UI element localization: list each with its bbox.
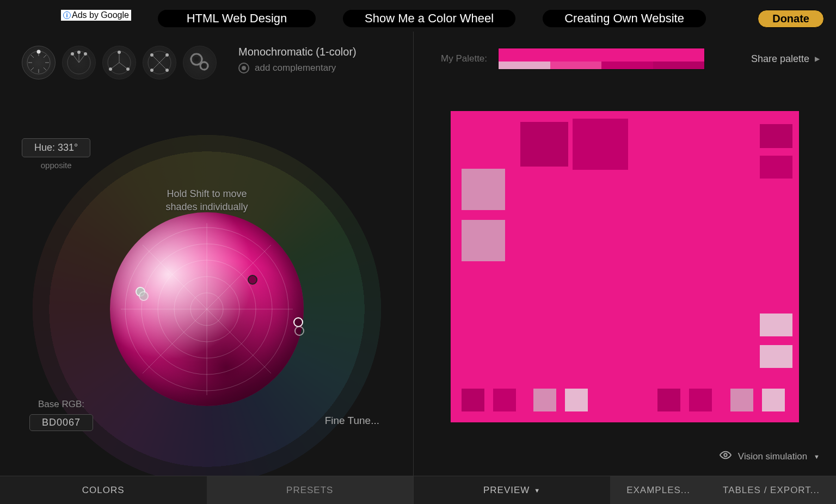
svg-point-27 — [150, 53, 153, 57]
wheel-hint: Hold Shift to move shades individually — [33, 187, 381, 214]
top-bar: i Ads by Google HTML Web Design Show Me … — [0, 0, 836, 32]
scheme-title: Monochromatic (1-color) — [238, 46, 356, 58]
svg-point-16 — [84, 52, 87, 56]
tab-presets[interactable]: PRESETS — [207, 476, 414, 504]
scheme-tetrad-icon[interactable] — [143, 46, 176, 79]
color-wheel[interactable]: Hold Shift to move shades individually — [33, 135, 381, 483]
svg-point-46 — [724, 453, 727, 457]
eye-icon — [720, 449, 732, 464]
preview-block — [657, 389, 680, 411]
donate-button[interactable]: Donate — [758, 10, 824, 28]
preview-block — [760, 314, 792, 336]
palette-preview — [451, 111, 799, 422]
svg-point-14 — [77, 51, 81, 54]
ad-link-3[interactable]: Creating Own Website — [543, 10, 706, 27]
tab-preview[interactable]: PREVIEW ▼ — [414, 476, 610, 504]
preview-block — [462, 220, 505, 261]
chevron-right-icon: ▶ — [815, 55, 820, 63]
ads-label: Ads by Google — [72, 10, 129, 20]
svg-point-30 — [165, 69, 169, 72]
preview-block — [762, 389, 785, 411]
info-icon: i — [63, 11, 71, 19]
my-palette-label: My Palette: — [441, 53, 487, 64]
preview-block — [760, 124, 792, 148]
shade-handle-4[interactable] — [294, 326, 304, 336]
svg-rect-33 — [194, 57, 199, 62]
svg-line-8 — [44, 55, 46, 58]
scheme-triad-icon[interactable] — [102, 46, 136, 79]
base-rgb-label: Base RGB: — [29, 399, 93, 410]
caret-down-icon: ▼ — [534, 487, 540, 494]
svg-line-5 — [31, 55, 34, 58]
preview-block — [462, 169, 505, 210]
svg-point-22 — [109, 67, 112, 71]
fine-tune-link[interactable]: Fine Tune... — [325, 415, 379, 427]
preview-block — [565, 389, 588, 411]
base-rgb-value[interactable]: BD0067 — [29, 414, 93, 431]
radio-icon — [238, 63, 249, 73]
swatch-primary[interactable] — [499, 48, 704, 62]
svg-line-6 — [44, 67, 46, 70]
svg-line-12 — [72, 54, 79, 63]
share-palette-button[interactable]: Share palette ▶ — [751, 53, 820, 65]
preview-block — [533, 389, 556, 411]
saturation-ball[interactable] — [110, 212, 304, 406]
swatch-dark1[interactable] — [601, 62, 653, 69]
tab-examples[interactable]: EXAMPLES... — [610, 476, 706, 504]
svg-line-13 — [79, 54, 85, 63]
ad-link-1[interactable]: HTML Web Design — [158, 10, 316, 27]
scheme-mode-icons — [22, 46, 217, 79]
svg-point-15 — [71, 52, 74, 56]
palette-strip[interactable] — [498, 48, 705, 70]
shade-handle-2[interactable] — [139, 291, 149, 301]
svg-point-9 — [37, 50, 41, 54]
tab-tables-export[interactable]: TABLES / EXPORT... — [706, 476, 836, 504]
left-panel: Monochromatic (1-color) add complementar… — [0, 32, 414, 504]
svg-point-29 — [150, 69, 153, 72]
svg-point-28 — [165, 53, 169, 57]
swatch-mid[interactable] — [550, 62, 602, 69]
vision-simulation-button[interactable]: Vision simulation ▼ — [720, 449, 820, 464]
svg-line-7 — [31, 67, 34, 70]
preview-block — [520, 122, 568, 167]
primary-handle[interactable] — [248, 275, 257, 285]
complementary-label: add complementary — [255, 63, 336, 73]
preview-block — [493, 389, 516, 411]
ads-by-google-badge[interactable]: i Ads by Google — [61, 10, 131, 21]
caret-down-icon: ▼ — [814, 453, 820, 460]
preview-block — [760, 156, 792, 179]
swatch-light[interactable] — [499, 62, 550, 69]
right-panel: My Palette: Share palette ▶ — [414, 32, 836, 504]
swatch-dark2[interactable] — [653, 62, 705, 69]
preview-block — [760, 345, 792, 368]
preview-block — [730, 389, 753, 411]
svg-point-23 — [126, 67, 130, 71]
add-complementary-toggle[interactable]: add complementary — [238, 63, 356, 73]
preview-block — [689, 389, 712, 411]
ad-link-2[interactable]: Show Me a Color Wheel — [343, 10, 515, 27]
svg-rect-34 — [202, 64, 205, 67]
preview-block — [462, 389, 484, 411]
preview-block — [573, 119, 628, 170]
svg-point-21 — [118, 51, 121, 54]
scheme-adjacent-icon[interactable] — [62, 46, 96, 79]
scheme-mono-icon[interactable] — [22, 46, 56, 79]
tab-colors[interactable]: COLORS — [0, 476, 207, 504]
scheme-freestyle-icon[interactable] — [183, 46, 217, 79]
